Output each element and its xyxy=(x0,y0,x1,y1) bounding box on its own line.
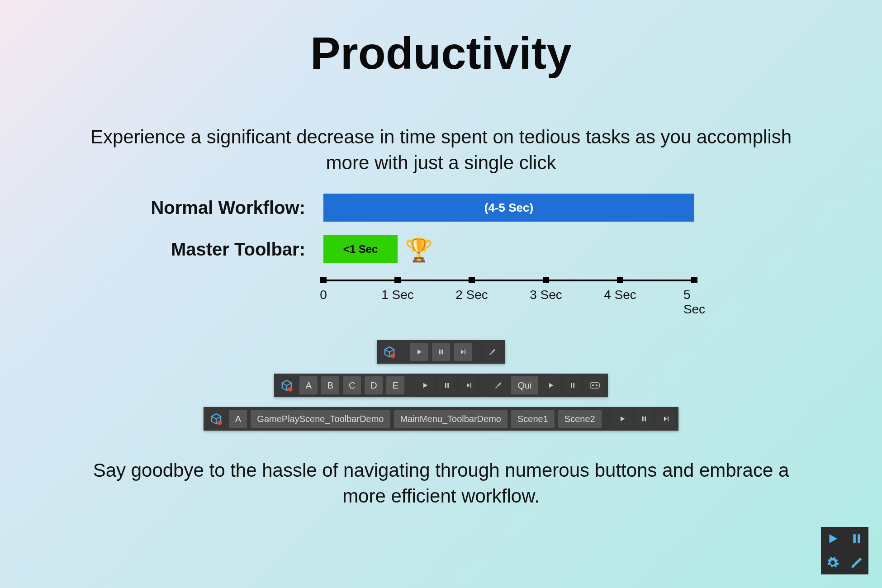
chart-bar-master: <1 Sec xyxy=(323,235,398,263)
pause-icon xyxy=(851,532,863,545)
scene-button[interactable]: Scene2 xyxy=(558,410,602,428)
toolbar-medium: A B C D E Qui xyxy=(274,374,607,397)
svg-point-1 xyxy=(288,387,293,392)
svg-rect-2 xyxy=(590,383,599,389)
chart-row-label: Master Toolbar: xyxy=(124,239,323,260)
comparison-chart: Normal Workflow: (4-5 Sec) Master Toolba… xyxy=(124,194,758,308)
letter-button[interactable]: A xyxy=(299,376,318,394)
toolbar-examples: A B C D E Qui A GamePlayScene_ToolbarDem… xyxy=(0,340,882,431)
tools-button[interactable] xyxy=(489,376,507,394)
corner-widget[interactable] xyxy=(821,527,868,574)
text-button[interactable]: Qui xyxy=(511,376,538,394)
letter-button[interactable]: D xyxy=(365,376,383,394)
chart-row-master: Master Toolbar: <1 Sec 🏆 xyxy=(124,235,758,263)
step-button[interactable] xyxy=(454,343,472,361)
letter-button[interactable]: E xyxy=(386,376,404,394)
svg-point-3 xyxy=(592,384,594,387)
pause-button[interactable] xyxy=(438,376,456,394)
axis-tick-label: 5 Sec xyxy=(683,288,705,317)
trophy-icon: 🏆 xyxy=(405,237,433,263)
cube-icon[interactable] xyxy=(207,410,225,428)
scene-button[interactable]: Scene1 xyxy=(511,410,555,428)
chart-row-normal: Normal Workflow: (4-5 Sec) xyxy=(124,194,758,222)
axis-tick-label: 2 Sec xyxy=(455,288,488,302)
chart-x-axis: 0 1 Sec 2 Sec 3 Sec 4 Sec 5 Sec xyxy=(323,277,694,308)
chart-bar-normal: (4-5 Sec) xyxy=(323,194,694,222)
chart-row-label: Normal Workflow: xyxy=(124,198,323,218)
cube-icon[interactable] xyxy=(278,376,296,394)
toolbar-small xyxy=(377,340,505,364)
svg-point-4 xyxy=(595,384,597,387)
svg-point-5 xyxy=(218,421,222,425)
step-button[interactable] xyxy=(460,376,478,394)
letter-button[interactable]: A xyxy=(229,410,247,428)
play-button[interactable] xyxy=(613,410,631,428)
vr-button[interactable] xyxy=(585,376,604,394)
subtitle: Experience a significant decrease in tim… xyxy=(79,124,803,175)
letter-button[interactable]: C xyxy=(343,376,361,394)
axis-tick-label: 0 xyxy=(320,288,327,302)
play-button[interactable] xyxy=(416,376,434,394)
step-button[interactable] xyxy=(657,410,675,428)
cube-icon[interactable] xyxy=(380,343,398,361)
pause-button[interactable] xyxy=(635,410,653,428)
page-title: Productivity xyxy=(0,27,882,79)
play-button[interactable] xyxy=(542,376,560,394)
letter-button[interactable]: B xyxy=(321,376,339,394)
pause-button[interactable] xyxy=(564,376,582,394)
axis-tick-label: 1 Sec xyxy=(381,288,414,302)
scene-button[interactable]: MainMenu_ToolbarDemo xyxy=(394,410,507,428)
footer-text: Say goodbye to the hassle of navigating … xyxy=(79,458,803,509)
tools-icon xyxy=(850,556,863,569)
svg-point-0 xyxy=(391,354,395,358)
pause-button[interactable] xyxy=(432,343,450,361)
axis-tick-label: 4 Sec xyxy=(604,288,636,302)
play-button[interactable] xyxy=(410,343,428,361)
play-icon xyxy=(826,532,839,545)
axis-tick-label: 3 Sec xyxy=(530,288,562,302)
toolbar-large: A GamePlayScene_ToolbarDemo MainMenu_Too… xyxy=(204,407,678,431)
tools-button[interactable] xyxy=(484,343,502,361)
gear-icon xyxy=(826,556,839,569)
scene-button[interactable]: GamePlayScene_ToolbarDemo xyxy=(251,410,390,428)
